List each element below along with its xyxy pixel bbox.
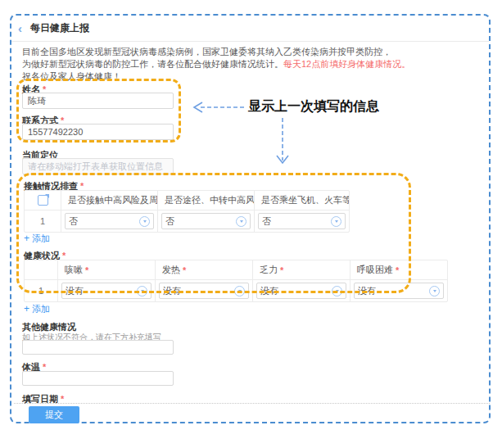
- health-table-row: 1 没有 没有 没有 没有: [25, 280, 447, 301]
- dropdown-circle-icon: [429, 286, 440, 296]
- dropdown-circle-icon: [137, 286, 147, 296]
- intro-warning-text: 每天12点前填好身体健康情况。: [283, 59, 410, 69]
- contact-table: 是否接触中高风险及周边地区人员 是否途径、中转中高风险及周边... 是否乘坐飞机…: [24, 190, 350, 233]
- health-report-page: ‹ 每日健康上报 目前全国多地区发现新型冠状病毒感染病例，国家卫健委将其纳入乙类…: [0, 0, 502, 448]
- health-report-card: ‹ 每日健康上报 目前全国多地区发现新型冠状病毒感染病例，国家卫健委将其纳入乙类…: [10, 14, 491, 423]
- contact-table-header: 是否接触中高风险及周边地区人员 是否途径、中转中高风险及周边... 是否乘坐飞机…: [25, 191, 349, 210]
- contact-add-row-button[interactable]: +添加: [24, 233, 50, 245]
- dropdown-circle-icon: [139, 216, 150, 227]
- truncation-dotted-line: [14, 403, 490, 404]
- health-col-header: 咳嗽*: [58, 260, 156, 279]
- contact-table-row: 1 否 否 否: [25, 210, 349, 232]
- intro-line-1: 目前全国多地区发现新型冠状病毒感染病例，国家卫健委将其纳入乙类传染病并按甲类防控…: [22, 46, 410, 58]
- name-input[interactable]: [22, 93, 174, 109]
- temperature-input[interactable]: [22, 371, 174, 386]
- contact-select-3[interactable]: 否: [258, 213, 346, 229]
- expand-icon-cell[interactable]: [25, 191, 61, 210]
- health-select-2[interactable]: 没有: [159, 283, 249, 299]
- intro-text: 目前全国多地区发现新型冠状病毒感染病例，国家卫健委将其纳入乙类传染病并按甲类防控…: [22, 46, 410, 83]
- health-table-header: 咳嗽* 发热* 乏力* 呼吸困难*: [25, 260, 447, 280]
- health-col-header: 呼吸困难*: [350, 260, 447, 279]
- submit-button[interactable]: 提交: [29, 406, 79, 423]
- intro-line-3: 祝各位及家人身体健康！: [22, 70, 410, 83]
- dropdown-circle-icon: [236, 216, 246, 227]
- expand-icon: [38, 195, 48, 206]
- other-health-input[interactable]: [22, 340, 174, 355]
- contact-col-header: 是否乘坐飞机、火车等长途交通...: [255, 191, 349, 210]
- location-input[interactable]: [22, 158, 174, 174]
- health-add-row-button[interactable]: +添加: [24, 303, 50, 315]
- health-select-3[interactable]: 没有: [256, 283, 346, 299]
- dropdown-circle-icon: [331, 216, 341, 227]
- chevron-left-icon[interactable]: ‹: [18, 22, 22, 34]
- contact-col-header: 是否接触中高风险及周边地区人员: [61, 191, 158, 210]
- dropdown-circle-icon: [234, 286, 245, 296]
- health-table: 咳嗽* 发热* 乏力* 呼吸困难* 1 没有 没有 没有 没有: [24, 260, 448, 302]
- health-col-header: 乏力*: [253, 260, 350, 279]
- health-select-1[interactable]: 没有: [61, 283, 152, 299]
- phone-input[interactable]: [22, 124, 174, 140]
- health-col-header: 发热*: [156, 260, 253, 279]
- row-index: 1: [25, 280, 58, 301]
- plus-icon: +: [24, 233, 29, 244]
- dropdown-circle-icon: [332, 286, 342, 296]
- row-index: 1: [25, 210, 61, 232]
- contact-col-header: 是否途径、中转中高风险及周边...: [158, 191, 255, 210]
- health-select-4[interactable]: 没有: [354, 283, 444, 299]
- contact-select-1[interactable]: 否: [65, 213, 154, 229]
- page-title: 每日健康上报: [30, 21, 89, 35]
- card-header: ‹ 每日健康上报: [11, 16, 489, 42]
- contact-select-2[interactable]: 否: [161, 213, 251, 229]
- intro-line-2: 为做好新型冠状病毒的防控工作，请各位配合做好健康情况统计。每天12点前填好身体健…: [22, 58, 410, 70]
- plus-icon: +: [24, 303, 29, 315]
